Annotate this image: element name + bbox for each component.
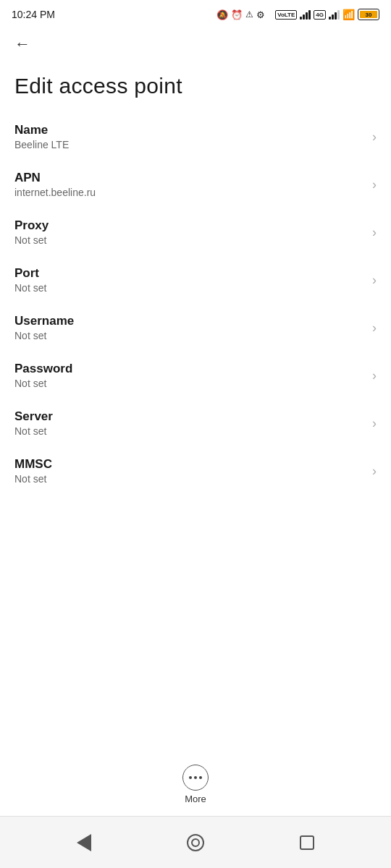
battery-level: 30 [358,12,379,18]
settings-item-content-2: Proxy Not set [14,218,372,246]
lte-icon: 4G [314,10,326,20]
settings-item-username[interactable]: Username Not set › [0,304,391,352]
warning-icon: ⚠ [245,9,253,20]
settings-item-server[interactable]: Server Not set › [0,399,391,447]
battery-indicator: 30 [358,9,379,20]
nav-back-button[interactable] [70,827,98,859]
status-time: 10:24 PM [12,9,55,20]
settings-item-content-6: Server Not set [14,409,372,437]
settings-item-mmsc[interactable]: MMSC Not set › [0,447,391,495]
settings-label-4: Username [14,314,372,328]
settings-value-7: Not set [14,473,372,485]
settings-value-5: Not set [14,378,372,389]
nav-recents-button[interactable] [293,828,321,857]
more-dots-icon [182,765,209,791]
volte-icon: VoLTE [275,10,297,20]
home-circle-icon [187,834,204,851]
more-label: More [185,793,206,804]
dot-2 [194,776,197,779]
chevron-right-icon-7: › [372,464,377,479]
status-icons: 🔕 ⏰ ⚠ ⚙ VoLTE 4G 📶 30 [216,9,379,20]
toolbar: ← [0,26,391,62]
settings-value-1: internet.beeline.ru [14,187,372,198]
alarm-icon: ⏰ [231,9,243,20]
settings-item-name[interactable]: Name Beeline LTE › [0,113,391,161]
chevron-right-icon-2: › [372,225,377,240]
settings-label-1: APN [14,171,372,185]
settings-label-6: Server [14,409,372,424]
nav-home-button[interactable] [180,827,211,859]
settings-label-5: Password [14,362,372,376]
settings-item-apn[interactable]: APN internet.beeline.ru › [0,161,391,208]
more-button-container: More [0,759,391,810]
settings-status-icon: ⚙ [256,9,265,20]
chevron-right-icon-4: › [372,320,377,336]
navigation-bar [0,816,391,868]
settings-value-3: Not set [14,282,372,294]
mute-icon: 🔕 [216,9,228,20]
wifi-icon: 📶 [342,9,355,20]
back-triangle-icon [77,834,91,851]
chevron-right-icon-3: › [372,273,377,288]
back-button[interactable]: ← [12,32,33,56]
settings-label-2: Proxy [14,218,372,233]
recents-square-icon [300,835,314,850]
settings-value-4: Not set [14,330,372,341]
settings-item-proxy[interactable]: Proxy Not set › [0,208,391,256]
settings-value-2: Not set [14,234,372,246]
page-title: Edit access point [0,62,391,113]
more-button[interactable]: More [168,759,223,810]
settings-list: Name Beeline LTE › APN internet.beeline.… [0,113,391,495]
settings-item-port[interactable]: Port Not set › [0,256,391,304]
settings-value-0: Beeline LTE [14,139,372,150]
signal-bars-2 [329,9,340,20]
dot-3 [199,776,202,779]
settings-item-content-0: Name Beeline LTE [14,123,372,150]
chevron-right-icon-1: › [372,177,377,192]
dot-1 [189,776,192,779]
signal-bars-1 [300,9,311,20]
settings-item-content-3: Port Not set [14,266,372,294]
chevron-right-icon-0: › [372,129,377,145]
settings-label-7: MMSC [14,457,372,472]
status-bar: 10:24 PM 🔕 ⏰ ⚠ ⚙ VoLTE 4G 📶 [0,0,391,26]
settings-item-content-4: Username Not set [14,314,372,341]
chevron-right-icon-5: › [372,368,377,383]
settings-item-content-5: Password Not set [14,362,372,389]
settings-item-password[interactable]: Password Not set › [0,352,391,399]
chevron-right-icon-6: › [372,416,377,431]
settings-item-content-7: MMSC Not set [14,457,372,485]
settings-label-3: Port [14,266,372,281]
settings-value-6: Not set [14,425,372,437]
settings-item-content-1: APN internet.beeline.ru [14,171,372,198]
settings-label-0: Name [14,123,372,137]
